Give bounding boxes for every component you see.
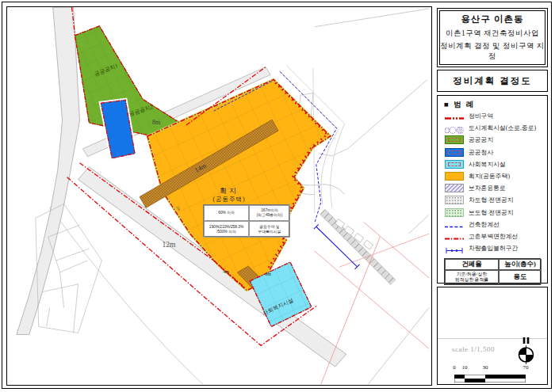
legend-label: 건축한계선 xyxy=(469,220,500,229)
district-title: 용산구 이촌동 xyxy=(461,13,524,25)
scale-tick: 10 xyxy=(462,364,468,371)
red-dashdot-line-swatch xyxy=(445,112,464,120)
green-fill-swatch xyxy=(445,135,464,144)
legend: ■ 범 례 정비구역 도시계획시설(소로,중로) 공공공지 xyxy=(437,95,548,284)
drawing-title-text: 정비계획 결정도 xyxy=(453,75,531,87)
scale-bar: 0 10 30 70 xyxy=(454,371,526,379)
plan-sheet: 공공공지1 공공공지2 8m 14m 12m 2m 2m 4m 6m 획지 (공… xyxy=(0,0,555,392)
legend-bullet-icon: ■ xyxy=(444,101,450,108)
cyan-fill-swatch xyxy=(445,160,464,169)
green-dots-swatch xyxy=(445,208,464,217)
blue-fill-swatch xyxy=(445,148,464,157)
urban-facility-swatch xyxy=(445,124,464,132)
label-plot-title: 획지 xyxy=(220,188,239,195)
plot-coverage-cell: 60% 이하 xyxy=(204,205,249,221)
title-block: 용산구 이촌동 이촌1구역 재건축정비사업 정비계획 결정 및 정비구역 지정 xyxy=(437,8,548,67)
label-plot-subtitle: (공동주택) xyxy=(213,196,246,203)
far-label-cell: 기준/허용/상한 법적상한 용적률 xyxy=(445,270,499,284)
scale-text: scale 1/1,500 xyxy=(452,345,495,353)
legend-title-text: 범 례 xyxy=(454,101,475,108)
legend-item-no-vehicle-entry: 차량출입불허구간 xyxy=(438,242,547,254)
legend-item-housing-plot: 획지(공동주택) xyxy=(438,170,547,182)
height-header-cell: 높이(층수) xyxy=(499,259,542,270)
legend-label: 차도형 전면공지 xyxy=(469,196,514,204)
coverage-header-cell: 건폐율 xyxy=(445,259,499,270)
legend-item-mixed-passage: 보차혼용통로 xyxy=(438,182,547,194)
label-road-12m: 12m xyxy=(163,242,176,249)
plot-far-cell: 190%/210%/258.3% /500% 이하 xyxy=(204,221,249,238)
blue-dash-line-swatch xyxy=(445,220,464,229)
red-dot-line-swatch xyxy=(445,232,464,241)
site-plan-map: 공공공지1 공공공지2 8m 14m 12m 2m 2m 4m 6m 획지 (공… xyxy=(6,6,432,386)
scale-bar-graphic xyxy=(454,375,526,382)
scale-tick: 0 xyxy=(453,364,456,371)
legend-label: 차량출입불허구간 xyxy=(469,244,518,253)
plot-height-cell: 167m이하 (최고49층이하) xyxy=(249,205,290,221)
legend-label: 획지(공동주택) xyxy=(469,172,510,181)
orange-fill-swatch xyxy=(445,172,464,181)
project-name: 이촌1구역 재건축정비사업 xyxy=(446,29,539,39)
road-west xyxy=(17,7,80,334)
drawing-title: 정비계획 결정도 xyxy=(437,70,548,92)
legend-spec-table: 건폐율 높이(층수) 기준/허용/상한 법적상한 용적률 용도 xyxy=(444,258,541,285)
legend-label: 공공청사 xyxy=(469,148,493,157)
legend-title: ■ 범 례 xyxy=(438,100,547,110)
scale-tick: 30 xyxy=(483,364,488,371)
plot-use-cell: 공동주택 및 부대복리시설 xyxy=(249,221,290,238)
label-road-6m: 6m xyxy=(265,272,271,276)
legend-item-walk-frontage: 보도형 전면공지 xyxy=(438,207,547,219)
legend-item-urban-facility: 도시계획시설(소로,중로) xyxy=(438,122,547,134)
purple-hatch-swatch xyxy=(445,184,464,192)
gray-dots-swatch xyxy=(445,196,464,204)
legend-item-welfare: 사회복지시설 xyxy=(438,158,547,170)
legend-label: 공공공지 xyxy=(469,135,493,144)
legend-label: 사회복지시설 xyxy=(469,160,506,169)
railway-band xyxy=(320,209,396,284)
legend-item-highrise-limit: 고층부벽면한계선 xyxy=(438,230,547,242)
project-subtitle: 정비계획 결정 및 정비구역 지정 xyxy=(440,41,545,62)
legend-item-road-frontage: 차도형 전면공지 xyxy=(438,194,547,206)
scale-block: scale 1/1,500 0 10 30 70 xyxy=(437,287,548,385)
label-road-4m: 4m xyxy=(223,269,229,274)
legend-item-district: 정비구역 xyxy=(438,110,547,122)
legend-item-public-office: 공공청사 xyxy=(438,147,547,158)
scale-tick: 70 xyxy=(523,364,529,371)
legend-item-open-space: 공공공지 xyxy=(438,134,547,146)
legend-item-building-limit: 건축한계선 xyxy=(438,219,547,230)
label-road-8m: 8m xyxy=(152,120,160,126)
blue-bar-line-swatch xyxy=(445,244,464,253)
legend-label: 도시계획시설(소로,중로) xyxy=(469,124,536,132)
legend-label: 보도형 전면공지 xyxy=(469,208,514,217)
use-label-cell: 용도 xyxy=(499,270,542,284)
plot-spec-table: 60% 이하 167m이하 (최고49층이하) 190%/210%/258.3%… xyxy=(203,204,289,237)
legend-label: 보차혼용통로 xyxy=(469,184,506,192)
legend-label: 정비구역 xyxy=(469,112,493,120)
legend-label: 고층부벽면한계선 xyxy=(469,232,518,241)
